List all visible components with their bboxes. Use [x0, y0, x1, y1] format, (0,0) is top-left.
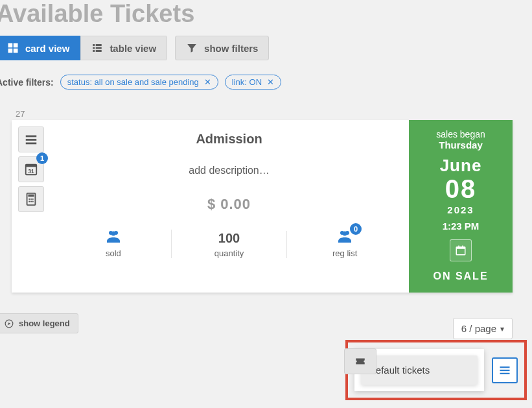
ticket-description-placeholder[interactable]: add description…: [56, 165, 402, 176]
svg-rect-37: [500, 372, 510, 374]
ticket-title[interactable]: Admission: [56, 132, 402, 147]
svg-rect-1: [14, 43, 18, 48]
sale-day: 08: [445, 176, 477, 202]
calculator-icon: [24, 192, 38, 206]
svg-point-22: [30, 201, 32, 202]
card-view-label: card view: [25, 43, 69, 54]
show-legend-label: show legend: [19, 318, 70, 328]
view-toggle-group: card view table view: [0, 36, 167, 60]
svg-rect-10: [26, 136, 37, 138]
svg-rect-4: [93, 44, 95, 46]
active-filters-label: Active filters:: [0, 77, 54, 88]
show-filters-button[interactable]: show filters: [175, 36, 269, 60]
sale-line1: sales began: [436, 129, 485, 139]
svg-text:31: 31: [28, 169, 34, 174]
svg-rect-11: [26, 139, 37, 141]
show-legend-button[interactable]: show legend: [0, 313, 78, 333]
filter-icon: [186, 42, 198, 54]
ticket-stats: sold 100 quantity 0 reg list: [56, 230, 402, 258]
active-filters-row: Active filters: status: all on sale and …: [0, 75, 532, 90]
compass-icon: [5, 319, 14, 328]
svg-rect-0: [8, 43, 13, 48]
sale-time: 1:23 PM: [443, 221, 480, 232]
people-icon: 0: [337, 230, 353, 246]
close-icon[interactable]: ✕: [204, 77, 211, 87]
table-view-label: table view: [110, 43, 156, 54]
card-action-column: 31 1: [12, 120, 49, 293]
card-main: Admission add description… $ 0.00 sold 1…: [49, 120, 409, 293]
sale-year: 2023: [447, 204, 474, 215]
grid-icon: [7, 42, 19, 54]
sale-weekday: Thursday: [439, 139, 483, 150]
people-icon: [106, 230, 121, 246]
page-size-label: 6 / page: [461, 323, 496, 334]
svg-point-29: [343, 232, 347, 236]
ticket-card: 31 1 Admission add description… $ 0.00 s…: [12, 120, 513, 293]
partial-button[interactable]: [344, 348, 376, 374]
price-calculator-button[interactable]: [18, 186, 44, 212]
svg-rect-36: [500, 369, 510, 370]
svg-rect-5: [96, 44, 102, 46]
svg-rect-35: [500, 366, 510, 368]
view-toolbar: card view table view show filters: [0, 36, 532, 60]
calendar-31-icon: 31: [24, 162, 38, 176]
stat-sold[interactable]: sold: [56, 230, 172, 258]
filter-pill-text: link: ON: [232, 77, 262, 87]
svg-point-20: [32, 198, 34, 200]
svg-rect-8: [93, 50, 95, 52]
sale-month: June: [440, 156, 482, 176]
stat-quantity-value: 100: [178, 231, 281, 246]
svg-rect-7: [96, 47, 102, 49]
stat-quantity-label: quantity: [178, 248, 281, 258]
svg-point-21: [29, 201, 30, 202]
assign-dates-button[interactable]: 31 1: [18, 156, 44, 182]
sale-status: ON SALE: [433, 270, 488, 282]
card-menu-button[interactable]: [18, 126, 44, 152]
svg-rect-32: [458, 246, 459, 248]
card-view-button[interactable]: card view: [0, 36, 80, 60]
svg-rect-31: [456, 247, 465, 249]
ticket-price[interactable]: $ 0.00: [56, 196, 402, 213]
close-icon[interactable]: ✕: [267, 77, 274, 87]
svg-point-18: [29, 198, 30, 200]
calendar-icon: [455, 245, 467, 256]
list-icon: [91, 42, 103, 54]
card-id: 27: [16, 109, 532, 119]
filter-pill-status[interactable]: status: all on sale and sale pending ✕: [60, 75, 218, 90]
svg-point-19: [30, 198, 32, 200]
svg-rect-33: [462, 246, 463, 248]
svg-rect-12: [26, 143, 37, 145]
svg-rect-14: [26, 165, 37, 167]
default-tickets-panel: [345, 340, 527, 400]
svg-rect-2: [8, 49, 13, 53]
ticket-icon: [353, 355, 367, 367]
default-tickets-input[interactable]: [361, 355, 478, 385]
hamburger-icon: [24, 132, 38, 147]
hamburger-icon: [498, 365, 512, 376]
stat-reglist[interactable]: 0 reg list: [287, 230, 402, 258]
svg-rect-9: [96, 50, 102, 52]
svg-point-23: [32, 201, 34, 202]
stat-sold-label: sold: [62, 248, 165, 258]
svg-rect-17: [28, 195, 34, 197]
reglist-badge: 0: [350, 223, 362, 235]
card-sale-panel: sales began Thursday June 08 2023 1:23 P…: [409, 120, 513, 293]
table-view-button[interactable]: table view: [80, 36, 167, 60]
chevron-down-icon: ▾: [500, 324, 504, 333]
svg-point-26: [111, 232, 115, 236]
filter-pill-text: status: all on sale and sale pending: [67, 77, 199, 87]
calendar-badge: 1: [36, 152, 48, 164]
show-filters-label: show filters: [204, 43, 258, 54]
page-size-select[interactable]: 6 / page ▾: [453, 318, 513, 339]
svg-rect-3: [14, 49, 18, 53]
svg-rect-6: [93, 47, 95, 49]
page-title: Available Tickets: [0, 0, 532, 28]
default-tickets-menu-button[interactable]: [492, 357, 518, 383]
stat-reglist-label: reg list: [294, 248, 396, 258]
filter-pill-link[interactable]: link: ON ✕: [225, 75, 281, 90]
stat-quantity[interactable]: 100 quantity: [172, 231, 288, 258]
edit-sale-date-button[interactable]: [450, 239, 472, 261]
